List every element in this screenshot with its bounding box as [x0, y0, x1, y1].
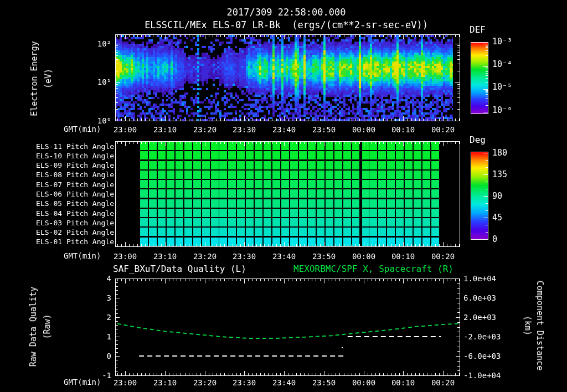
x-tick-label-1-3: 23:30: [233, 252, 256, 260]
deg-colorbar-tick-4: 0: [492, 235, 497, 244]
def-colorbar-tick-0: 10⁻³: [492, 38, 512, 46]
quality-y-tick-right-5: -1.0e+04: [463, 372, 501, 379]
pitch-row-label-2: ELS-09 Pitch Angle: [36, 162, 114, 169]
distance-y-axis-title-line2: (km): [522, 281, 534, 371]
x-tick-label-2-0: 23:00: [114, 379, 137, 386]
plot-title-datetime: 2017/309 22:58:00.000: [227, 8, 346, 17]
deg-colorbar-tick-0: 180: [492, 149, 507, 157]
spectrogram-y-axis-title-line1: Electron Energy: [28, 41, 42, 116]
x-tick-label-1-7: 00:10: [391, 252, 415, 260]
quality-y-tick-left-5: -1: [102, 372, 111, 379]
def-colorbar-tick-3: 10⁻⁶: [492, 106, 512, 115]
pitch-row-label-6: ELS-05 Pitch Angle: [36, 200, 114, 207]
pitch-row-label-9: ELS-02 Pitch Angle: [36, 229, 114, 236]
quality-y-tick-left-1: 3: [107, 294, 111, 302]
distance-y-axis-title: Component Distance (km): [522, 281, 546, 371]
quality-y-tick-left-2: 2: [107, 313, 111, 321]
quality-y-tick-right-4: -6.0e+03: [463, 352, 501, 360]
x-tick-label-1-8: 00:20: [431, 252, 455, 260]
distance-y-axis-title-line1: Component Distance: [534, 281, 546, 371]
deg-colorbar-tick-2: 90: [492, 192, 502, 200]
x-tick-label-0-4: 23:40: [272, 126, 296, 133]
spectrogram-gmt-label: GMT(min): [64, 125, 101, 133]
x-tick-label-1-6: 00:00: [352, 252, 375, 260]
def-colorbar-tick-2: 10⁻⁵: [492, 83, 512, 91]
pitch-row-label-7: ELS-04 Pitch Angle: [36, 210, 114, 217]
quality-y-tick-right-0: 1.0e+04: [463, 275, 496, 282]
pitch-row-label-4: ELS-07 Pitch Angle: [36, 181, 114, 188]
pitch-row-label-8: ELS-03 Pitch Angle: [36, 219, 114, 226]
spectrogram-y-axis-title: Electron Energy (eV): [28, 41, 55, 116]
spectrogram-y-axis-title-line2: (eV): [42, 41, 55, 116]
x-tick-label-0-8: 00:20: [431, 126, 455, 133]
x-tick-label-0-5: 23:50: [312, 126, 336, 133]
def-colorbar-tick-1: 10⁻⁴: [492, 60, 512, 69]
pitch-gmt-label: GMT(min): [64, 252, 101, 260]
x-tick-label-2-3: 23:30: [233, 379, 256, 386]
quality-y-tick-left-3: 1: [107, 333, 111, 341]
quality-y-axis-title: Raw Data Quality (Raw): [27, 287, 54, 367]
x-tick-label-1-0: 23:00: [114, 252, 137, 260]
pitch-row-label-10: ELS-01 Pitch Angle: [36, 238, 114, 245]
deg-colorbar-title: Deg: [470, 136, 486, 145]
quality-y-tick-left-4: 0: [107, 352, 111, 360]
quality-y-axis-title-line1: Raw Data Quality: [27, 287, 40, 367]
spectrogram-y-tick-2: 10⁰: [97, 117, 111, 125]
pitch-row-label-5: ELS-06 Pitch Angle: [36, 190, 114, 198]
x-tick-label-2-6: 00:00: [352, 379, 375, 386]
spectrogram-y-tick-0: 10²: [97, 40, 111, 48]
spectrogram-y-tick-1: 10¹: [97, 78, 111, 86]
quality-panel-title-right: MEXORBMC/SPF X, Spacecraft (R): [293, 265, 453, 274]
x-tick-label-1-5: 23:50: [312, 252, 336, 260]
x-tick-label-2-5: 23:50: [312, 379, 336, 386]
x-tick-label-2-1: 23:10: [153, 379, 177, 386]
x-tick-label-2-8: 00:20: [431, 379, 455, 386]
x-tick-label-0-3: 23:30: [233, 126, 256, 133]
quality-y-tick-right-1: 6.0e+03: [463, 294, 496, 302]
x-tick-label-1-2: 23:20: [193, 252, 217, 260]
deg-colorbar-tick-1: 135: [492, 171, 507, 179]
pitch-row-label-0: ELS-11 Pitch Angle: [36, 143, 114, 150]
plot-page: 2017/309 22:58:00.000 ELSSCIL/MEx ELS-07…: [0, 0, 567, 392]
quality-y-tick-right-2: 2.0e+03: [463, 313, 496, 321]
x-tick-label-0-7: 00:10: [391, 126, 415, 133]
plot-title-instrument: ELSSCIL/MEx ELS-07 LR-Bk (ergs/(cm**2-sr…: [145, 20, 428, 30]
deg-colorbar-tick-3: 45: [492, 214, 502, 222]
x-tick-label-0-2: 23:20: [193, 126, 217, 133]
pitch-row-label-1: ELS-10 Pitch Angle: [36, 152, 114, 159]
def-colorbar-title: DEF: [470, 25, 486, 34]
x-tick-label-0-6: 00:00: [352, 126, 375, 133]
x-tick-label-1-4: 23:40: [272, 252, 296, 260]
x-tick-label-2-2: 23:20: [193, 379, 217, 386]
x-tick-label-0-0: 23:00: [114, 126, 137, 133]
x-tick-label-2-7: 00:10: [391, 379, 415, 386]
quality-y-tick-left-0: 4: [107, 275, 111, 282]
quality-panel-title-left: SAF_BXuT/Data Quality (L): [113, 265, 246, 274]
quality-y-tick-right-3: -2.0e+03: [463, 333, 501, 341]
x-tick-label-2-4: 23:40: [272, 379, 296, 386]
pitch-row-label-3: ELS-08 Pitch Angle: [36, 171, 114, 178]
quality-y-axis-title-line2: (Raw): [40, 287, 54, 367]
x-tick-label-0-1: 23:10: [153, 126, 177, 133]
quality-gmt-label: GMT(min): [64, 378, 101, 386]
x-tick-label-1-1: 23:10: [153, 252, 177, 260]
